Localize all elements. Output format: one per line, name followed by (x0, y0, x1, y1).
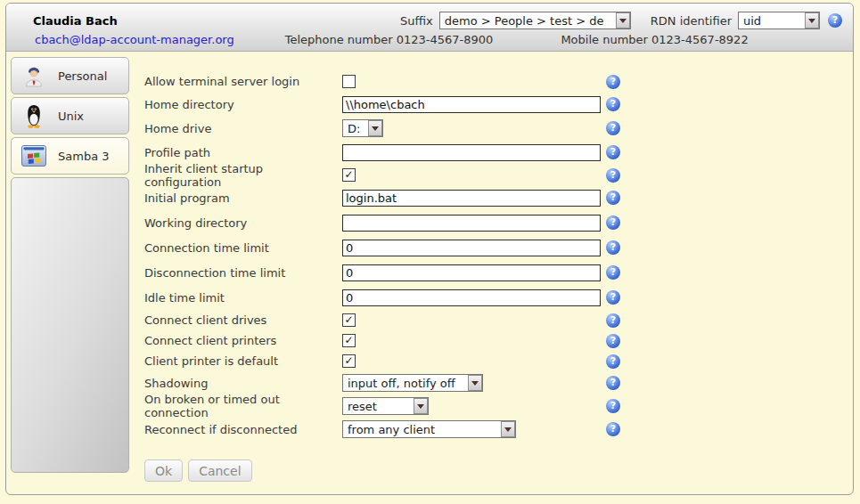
chevron-down-icon (368, 120, 382, 136)
idle-time-limit-input[interactable] (342, 289, 601, 306)
field-label: Initial program (144, 191, 342, 205)
main-area: Personal Unix (6, 52, 853, 482)
rdn-identifier-label: RDN identifier (651, 14, 732, 28)
chevron-down-icon (414, 398, 428, 414)
field-label: Connect client drives (144, 313, 342, 327)
telephone-number: Telephone number 0123-4567-8900 (285, 33, 494, 46)
rdn-identifier-select[interactable]: uid (738, 12, 820, 29)
module-tabs-sidebar: Personal Unix (11, 57, 129, 482)
help-icon[interactable] (606, 376, 620, 390)
row-disconnection-time-limit: Disconnection time limit (144, 260, 620, 285)
help-icon[interactable] (606, 215, 620, 230)
home-directory-input[interactable] (342, 96, 601, 113)
tab-unix[interactable]: Unix (11, 97, 129, 134)
row-home-directory: Home directory (144, 92, 620, 117)
field-label: Idle time limit (144, 291, 342, 305)
person-icon (21, 64, 46, 87)
help-icon[interactable] (828, 13, 842, 28)
field-label: Connect client printers (144, 334, 342, 347)
sidebar-filler-panel (11, 177, 129, 473)
tux-icon (21, 103, 46, 128)
profile-path-input[interactable] (342, 144, 601, 161)
connect-client-printers-checkbox[interactable] (342, 334, 356, 347)
tab-samba3[interactable]: Samba 3 (11, 137, 129, 175)
help-icon[interactable] (606, 75, 620, 89)
home-drive-select[interactable]: D: (342, 119, 383, 137)
help-icon[interactable] (606, 168, 620, 183)
suffix-label: Suffix (400, 14, 433, 28)
tab-label: Personal (58, 69, 107, 83)
help-icon[interactable] (606, 97, 620, 111)
disconnection-time-limit-input[interactable] (342, 264, 601, 281)
row-client-printer-is-default: Client printer is default (144, 351, 620, 371)
row-connection-time-limit: Connection time limit (144, 235, 620, 260)
shadowing-select[interactable]: input off, notify off (342, 374, 483, 392)
chevron-down-icon (616, 12, 630, 28)
field-label: Reconnect if disconnected (144, 423, 342, 436)
row-working-directory: Working directory (144, 210, 620, 235)
chevron-down-icon (805, 12, 819, 28)
reconnect-select[interactable]: from any client (342, 420, 516, 438)
initial-program-input[interactable] (342, 190, 601, 207)
email-link[interactable]: cbach@ldap-account-manager.org (35, 33, 234, 46)
allow-terminal-server-login-checkbox[interactable] (342, 75, 356, 88)
help-icon[interactable] (606, 313, 620, 328)
row-shadowing: Shadowing input off, notify off (144, 371, 620, 394)
chevron-down-icon (468, 375, 482, 391)
help-icon[interactable] (606, 354, 620, 369)
windows-icon (21, 145, 46, 167)
field-label: Client printer is default (144, 354, 342, 368)
row-home-drive: Home drive D: (144, 117, 620, 140)
tab-label: Samba 3 (58, 150, 110, 163)
row-inherit-client-startup-configuration: Inherit client startup configuration (144, 165, 620, 185)
connection-time-limit-input[interactable] (342, 240, 601, 256)
samba3-form: Allow terminal server login Home directo… (144, 57, 620, 482)
row-allow-terminal-server-login: Allow terminal server login (144, 71, 620, 92)
connect-client-drives-checkbox[interactable] (342, 313, 356, 327)
help-icon[interactable] (606, 399, 620, 413)
chevron-down-icon (501, 421, 515, 437)
row-connect-client-printers: Connect client printers (144, 330, 620, 351)
field-label: On broken or timed out connection (144, 393, 342, 419)
field-label: Shadowing (144, 377, 342, 390)
row-on-broken-or-timed-out-connection: On broken or timed out connection reset (144, 394, 620, 418)
mobile-number: Mobile number 0123-4567-8922 (561, 33, 748, 46)
field-label: Allow terminal server login (144, 75, 342, 88)
field-label: Home directory (144, 98, 342, 111)
help-icon[interactable] (606, 422, 620, 436)
form-buttons: Ok Cancel (144, 459, 620, 482)
account-edit-window: Claudia Bach Suffix demo > People > test… (5, 3, 854, 495)
tab-label: Unix (58, 110, 84, 123)
client-printer-default-checkbox[interactable] (342, 354, 356, 368)
row-initial-program: Initial program (144, 185, 620, 210)
help-icon[interactable] (606, 240, 620, 255)
field-label: Profile path (144, 146, 342, 159)
broken-connection-select[interactable]: reset (342, 397, 429, 415)
suffix-select[interactable]: demo > People > test > de (439, 12, 631, 29)
working-directory-input[interactable] (342, 215, 601, 232)
field-label: Home drive (144, 122, 342, 135)
header-row-top: Claudia Bach Suffix demo > People > test… (17, 4, 842, 30)
cancel-button[interactable]: Cancel (188, 459, 251, 482)
help-icon[interactable] (606, 145, 620, 159)
help-icon[interactable] (606, 191, 620, 205)
field-label: Disconnection time limit (144, 266, 342, 280)
help-icon[interactable] (606, 290, 620, 305)
ok-button[interactable]: Ok (144, 459, 183, 482)
field-label: Working directory (144, 216, 342, 230)
field-label: Inherit client startup configuration (144, 162, 342, 189)
account-header: Claudia Bach Suffix demo > People > test… (6, 4, 853, 52)
row-connect-client-drives: Connect client drives (144, 310, 620, 330)
help-icon[interactable] (606, 265, 620, 280)
account-title: Claudia Bach (33, 14, 118, 28)
row-reconnect-if-disconnected: Reconnect if disconnected from any clien… (144, 418, 620, 441)
help-icon[interactable] (606, 334, 620, 348)
help-icon[interactable] (606, 121, 620, 135)
inherit-client-startup-checkbox[interactable] (342, 168, 356, 182)
field-label: Connection time limit (144, 241, 342, 255)
row-idle-time-limit: Idle time limit (144, 285, 620, 310)
tab-personal[interactable]: Personal (11, 57, 129, 94)
header-row-bottom: cbach@ldap-account-manager.org Telephone… (17, 30, 842, 49)
